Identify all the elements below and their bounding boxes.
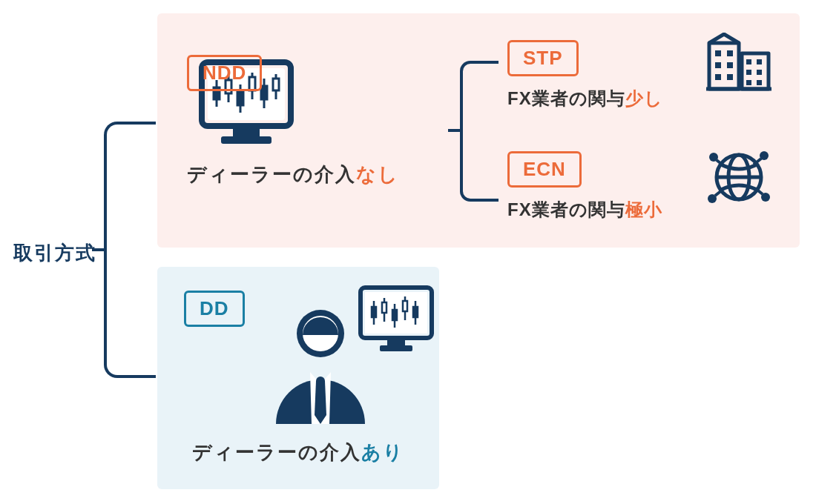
bracket-mid-connector <box>448 129 460 132</box>
dd-tag: DD <box>184 291 245 327</box>
svg-rect-21 <box>715 62 721 68</box>
svg-rect-3 <box>221 136 272 144</box>
dd-caption: ディーラーの介入あり <box>178 440 418 465</box>
ndd-caption: ディーラーの介入なし <box>187 162 399 188</box>
svg-rect-24 <box>727 74 733 80</box>
bracket-connector <box>92 248 104 251</box>
ecn-caption-prefix: FX業者の関与 <box>507 199 625 219</box>
dd-caption-highlight: あり <box>361 441 404 463</box>
ndd-caption-highlight: なし <box>356 163 399 185</box>
ndd-tag: NDD <box>187 55 262 91</box>
svg-rect-17 <box>742 53 769 89</box>
svg-rect-2 <box>233 126 260 136</box>
svg-rect-44 <box>387 338 405 345</box>
svg-rect-25 <box>746 59 751 64</box>
svg-rect-15 <box>273 79 279 90</box>
stp-caption-highlight: 少し <box>625 88 663 108</box>
ecn-block: ECN <box>507 151 789 222</box>
svg-rect-29 <box>746 80 751 85</box>
svg-rect-45 <box>380 345 412 351</box>
svg-rect-26 <box>757 59 762 64</box>
svg-rect-20 <box>727 50 733 56</box>
stp-block: STP FX業者の関与少し <box>507 40 789 110</box>
ndd-panel: NDD ディーラーの介入なし <box>157 13 800 248</box>
svg-rect-30 <box>757 80 762 85</box>
svg-rect-28 <box>757 70 762 75</box>
svg-rect-27 <box>746 70 751 75</box>
stp-caption-prefix: FX業者の関与 <box>507 88 625 108</box>
svg-rect-13 <box>261 86 267 99</box>
svg-rect-16 <box>709 43 739 89</box>
bracket-left <box>104 122 156 378</box>
dd-caption-prefix: ディーラーの介入 <box>192 441 361 463</box>
bracket-middle <box>460 61 499 202</box>
svg-rect-23 <box>715 74 721 80</box>
svg-point-58 <box>316 377 325 385</box>
svg-rect-22 <box>727 62 733 68</box>
dealer-person-icon <box>267 285 438 425</box>
svg-rect-53 <box>403 301 407 311</box>
svg-rect-51 <box>392 310 397 320</box>
svg-rect-55 <box>413 307 418 317</box>
ecn-caption-highlight: 極小 <box>625 199 662 219</box>
svg-rect-49 <box>382 302 386 313</box>
svg-rect-47 <box>372 307 376 317</box>
dd-panel: DD <box>157 267 439 489</box>
ecn-tag: ECN <box>507 151 582 188</box>
globe-network-icon <box>703 144 774 210</box>
svg-rect-19 <box>715 50 721 56</box>
svg-rect-9 <box>237 92 243 105</box>
root-label: 取引方式 <box>13 240 96 266</box>
buildings-icon <box>703 33 774 95</box>
ndd-caption-prefix: ディーラーの介入 <box>187 163 356 185</box>
stp-tag: STP <box>507 40 579 76</box>
ndd-left-block: NDD <box>187 55 439 159</box>
